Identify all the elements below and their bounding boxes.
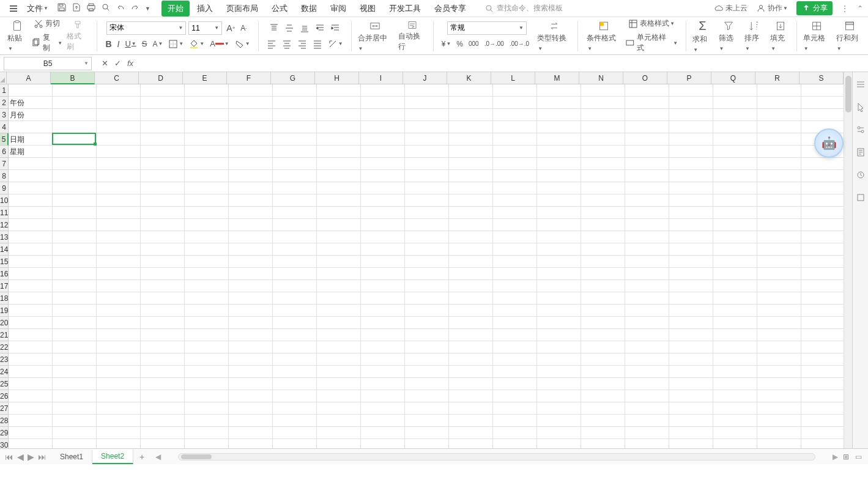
cell[interactable] (97, 219, 141, 231)
cell[interactable] (53, 182, 97, 194)
cell[interactable] (185, 243, 229, 256)
cell[interactable] (493, 109, 537, 121)
cell[interactable] (493, 121, 537, 133)
cell[interactable] (713, 402, 757, 415)
cell[interactable] (97, 121, 141, 133)
cell[interactable] (801, 219, 844, 231)
cell[interactable] (801, 439, 844, 448)
cell[interactable] (317, 292, 361, 305)
cell[interactable] (537, 97, 581, 109)
cell[interactable] (493, 231, 537, 243)
scrollbar-thumb[interactable] (181, 454, 212, 459)
cell[interactable] (581, 158, 625, 170)
cell[interactable] (9, 292, 53, 305)
cell[interactable] (625, 427, 669, 439)
cell[interactable] (449, 329, 493, 341)
cell[interactable] (317, 146, 361, 158)
cell[interactable] (229, 182, 273, 194)
tab-审阅[interactable]: 审阅 (324, 1, 352, 17)
cell[interactable] (625, 170, 669, 182)
tab-数据[interactable]: 数据 (295, 1, 323, 17)
scroll-left-button[interactable]: ◀ (155, 453, 161, 461)
cell[interactable] (493, 427, 537, 439)
cell[interactable] (9, 219, 53, 231)
print-icon[interactable] (86, 2, 96, 14)
cell[interactable] (185, 182, 229, 194)
cell[interactable] (449, 243, 493, 256)
align-bottom-button[interactable] (298, 22, 311, 34)
cell[interactable] (97, 194, 141, 207)
cell[interactable] (405, 305, 449, 317)
column-header[interactable]: K (447, 72, 491, 84)
cell[interactable] (97, 366, 141, 378)
cell[interactable] (273, 268, 317, 280)
cell[interactable] (757, 329, 801, 341)
cell[interactable] (405, 256, 449, 268)
cell[interactable] (581, 390, 625, 402)
cell[interactable] (317, 353, 361, 366)
add-sheet-button[interactable]: + (133, 449, 150, 464)
cell[interactable] (185, 390, 229, 402)
cell[interactable] (405, 329, 449, 341)
cell[interactable] (405, 243, 449, 256)
cell[interactable] (757, 84, 801, 97)
cell[interactable] (493, 194, 537, 207)
row-header[interactable]: 15 (0, 256, 9, 268)
cell[interactable] (669, 170, 713, 182)
cell[interactable] (53, 243, 97, 256)
cell[interactable] (713, 133, 757, 146)
cell[interactable] (53, 415, 97, 427)
cell[interactable] (537, 353, 581, 366)
cell[interactable] (405, 280, 449, 292)
cell[interactable] (185, 280, 229, 292)
cell[interactable] (185, 378, 229, 390)
cell[interactable] (229, 353, 273, 366)
cell[interactable] (537, 84, 581, 97)
row-header[interactable]: 19 (0, 305, 9, 317)
cell[interactable] (757, 341, 801, 353)
row-header[interactable]: 20 (0, 317, 9, 329)
font-color-button[interactable]: A▼ (208, 38, 231, 50)
cell[interactable] (185, 341, 229, 353)
redo-icon[interactable] (130, 2, 140, 14)
cell[interactable] (493, 243, 537, 256)
cell[interactable] (141, 439, 185, 448)
cell[interactable] (97, 402, 141, 415)
cell[interactable] (757, 109, 801, 121)
sheet-tab[interactable]: Sheet2 (92, 449, 133, 464)
cell[interactable] (273, 158, 317, 170)
cell[interactable] (493, 268, 537, 280)
cell[interactable] (405, 231, 449, 243)
cell[interactable] (229, 329, 273, 341)
cell[interactable] (9, 317, 53, 329)
cell[interactable] (713, 341, 757, 353)
cell[interactable] (493, 390, 537, 402)
cell[interactable] (141, 133, 185, 146)
row-header[interactable]: 7 (0, 158, 9, 170)
cell[interactable] (9, 256, 53, 268)
cell[interactable] (361, 158, 405, 170)
cell[interactable] (581, 133, 625, 146)
cell[interactable] (405, 439, 449, 448)
cell[interactable] (273, 353, 317, 366)
cell[interactable] (625, 366, 669, 378)
cell[interactable] (449, 97, 493, 109)
cell[interactable] (317, 97, 361, 109)
cell-grid[interactable]: 年份月份日期星期 (9, 84, 844, 448)
cell[interactable] (361, 427, 405, 439)
cell[interactable] (493, 305, 537, 317)
cell[interactable] (229, 256, 273, 268)
tab-插入[interactable]: 插入 (191, 1, 219, 17)
cell[interactable] (625, 84, 669, 97)
cell[interactable] (405, 84, 449, 97)
cell[interactable] (669, 146, 713, 158)
cell[interactable] (449, 415, 493, 427)
row-header[interactable]: 28 (0, 415, 9, 427)
cell[interactable] (713, 439, 757, 448)
row-header[interactable]: 2 (0, 97, 9, 109)
cell[interactable] (581, 97, 625, 109)
cell[interactable] (9, 415, 53, 427)
cell[interactable] (317, 427, 361, 439)
increase-font-button[interactable]: A+ (224, 22, 237, 34)
cell[interactable] (185, 305, 229, 317)
